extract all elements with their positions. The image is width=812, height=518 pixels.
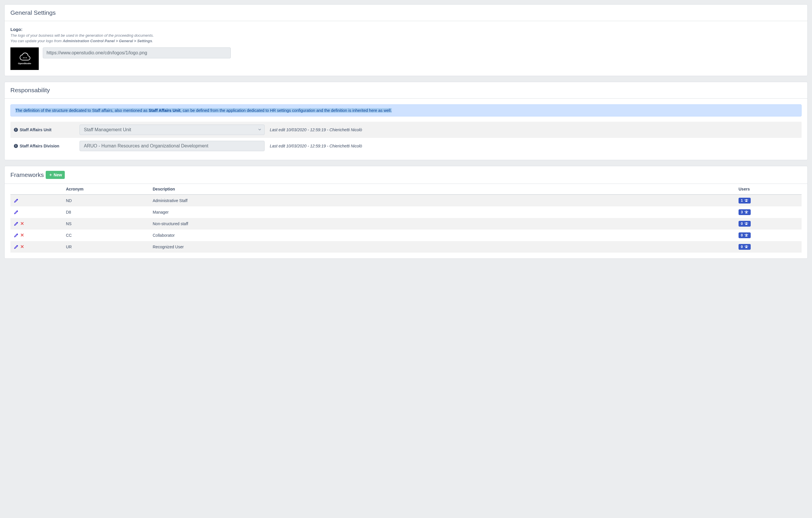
users-icon [744,210,748,214]
svg-point-6 [746,210,747,212]
delete-icon[interactable]: ✕ [20,221,24,226]
edit-icon[interactable] [14,221,19,226]
acronym-cell: D8 [62,206,149,218]
svg-point-5 [747,200,748,200]
frameworks-table: Acronym Description Users NDAdministrati… [10,184,802,253]
edit-icon[interactable] [14,233,19,238]
svg-point-13 [745,234,746,235]
info-icon[interactable]: i [14,144,18,148]
acronym-cell: NS [62,218,149,230]
description-cell: Recognized User [149,241,735,253]
responsibility-alert: The definition of the structure dedicate… [10,104,802,117]
users-icon [744,233,748,237]
svg-point-7 [745,211,746,212]
description-cell: Non-structured staff [149,218,735,230]
description-cell: Manager [149,206,735,218]
description-cell: Administrative Staff [149,194,735,206]
logo-url-input[interactable] [43,48,231,58]
logo-label: Logo: [10,27,802,32]
svg-point-15 [746,245,747,246]
col-users: Users [735,184,802,194]
svg-point-0 [23,58,24,58]
staff-affairs-division-row: i Staff Affairs Division ARUO - Human Re… [10,138,802,154]
staff-affairs-unit-row: i Staff Affairs Unit Staff Management Un… [10,122,802,138]
acronym-cell: ND [62,194,149,206]
frameworks-heading: Frameworks ＋ New [5,166,807,184]
delete-icon[interactable]: ✕ [20,233,24,238]
info-icon[interactable]: i [14,128,18,132]
logo-preview: OpenStudio [10,48,39,70]
svg-point-16 [745,246,746,247]
svg-point-1 [25,58,25,58]
table-row: NDAdministrative Staff1 [10,194,802,206]
users-badge[interactable]: 0 [738,221,751,226]
edit-icon[interactable] [14,210,19,214]
table-row: ✕CCCollaborator0 [10,230,802,241]
svg-point-17 [747,246,748,247]
svg-point-9 [746,222,747,223]
edit-icon[interactable] [14,198,19,203]
delete-icon[interactable]: ✕ [20,244,24,249]
staff-affairs-division-meta: Last edit 10/03/2020 - 12:59:19 - Chieri… [268,144,362,148]
svg-point-10 [745,222,746,223]
svg-point-8 [747,211,748,212]
svg-point-4 [745,200,746,200]
staff-affairs-unit-label: i Staff Affairs Unit [14,127,76,132]
description-cell: Collaborator [149,230,735,241]
svg-point-11 [747,222,748,223]
table-row: ✕URRecognized User0 [10,241,802,253]
svg-point-14 [747,234,748,235]
new-framework-button[interactable]: ＋ New [46,171,65,179]
svg-point-3 [746,199,747,200]
users-icon [744,222,748,226]
staff-affairs-unit-select[interactable]: Staff Management Unit [80,125,265,135]
col-description: Description [149,184,735,194]
users-badge[interactable]: 0 [738,233,751,238]
edit-icon[interactable] [14,245,19,249]
svg-point-2 [26,58,27,58]
table-row: ✕NSNon-structured staff0 [10,218,802,230]
users-badge[interactable]: 0 [738,244,751,250]
svg-point-12 [746,234,747,235]
frameworks-card: Frameworks ＋ New Acronym Description Use… [4,166,808,259]
chevron-down-icon [258,127,261,132]
cloud-icon [18,52,31,61]
responsibility-card: Responsability The definition of the str… [4,82,808,160]
users-icon [744,245,748,249]
general-settings-heading: General Settings [5,5,807,21]
users-icon [744,199,748,203]
users-badge[interactable]: 3 [738,209,751,215]
staff-affairs-division-field[interactable]: ARUO - Human Resources and Organizationa… [80,141,265,151]
responsibility-heading: Responsability [5,82,807,98]
acronym-cell: CC [62,230,149,241]
users-badge[interactable]: 1 [738,198,751,204]
staff-affairs-unit-meta: Last edit 10/03/2020 - 12:59:19 - Chieri… [268,127,362,132]
staff-affairs-division-label: i Staff Affairs Division [14,144,76,148]
col-acronym: Acronym [62,184,149,194]
general-settings-card: General Settings Logo: The logo of your … [4,4,808,76]
acronym-cell: UR [62,241,149,253]
plus-icon: ＋ [49,172,53,178]
logo-help: The logo of your business will be used i… [10,33,802,44]
brand-name: OpenStudio [18,62,31,65]
table-row: D8Manager3 [10,206,802,218]
